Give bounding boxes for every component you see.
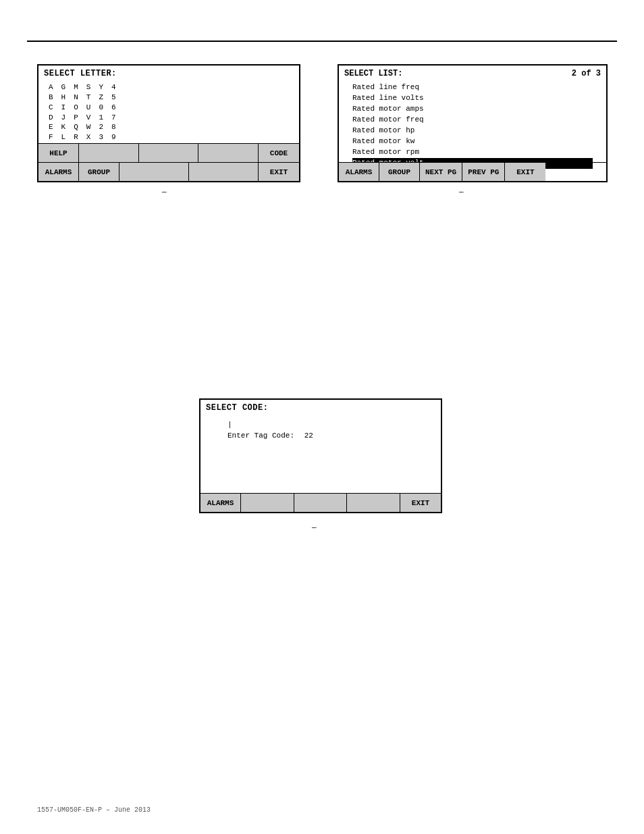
letter-T[interactable]: T xyxy=(86,93,91,103)
letter-6[interactable]: 6 xyxy=(111,103,116,113)
letter-C[interactable]: C xyxy=(49,103,53,113)
letter-X[interactable]: X xyxy=(86,132,91,142)
letter-J[interactable]: J xyxy=(61,113,66,123)
code-button[interactable]: CODE xyxy=(259,144,299,162)
spacer2 xyxy=(139,144,199,162)
letter-E[interactable]: E xyxy=(49,122,53,132)
select-list-title: SELECT LIST: xyxy=(344,69,402,78)
group-button-left[interactable]: GROUP xyxy=(79,163,119,181)
letter-V[interactable]: V xyxy=(86,113,91,123)
prev-pg-button[interactable]: PREV PG xyxy=(462,163,505,181)
letter-Q[interactable]: Q xyxy=(74,122,78,132)
letter-Y[interactable]: Y xyxy=(99,82,103,93)
spacer-b2 xyxy=(294,494,348,512)
alarms-button-right[interactable]: ALARMS xyxy=(339,163,379,181)
list-item-1[interactable]: Rated line volts xyxy=(352,93,593,104)
letter-D[interactable]: D xyxy=(49,113,53,123)
letter-col-1: A B C D E F xyxy=(49,82,53,142)
letter-5[interactable]: 5 xyxy=(111,93,116,103)
alarms-button-left[interactable]: ALARMS xyxy=(38,163,79,181)
cursor-display: | xyxy=(214,421,427,429)
letter-P[interactable]: P xyxy=(74,113,78,123)
spacer5 xyxy=(189,163,259,181)
right-btn-row: ALARMS GROUP NEXT PG PREV PG EXIT xyxy=(339,162,606,181)
left-caption: — xyxy=(162,188,167,196)
letter-2[interactable]: 2 xyxy=(99,122,103,132)
list-item-3[interactable]: Rated motor freq xyxy=(352,115,593,126)
list-area: Rated line freq Rated line volts Rated m… xyxy=(339,80,606,172)
letter-col-2: G H I J K L xyxy=(61,82,66,142)
code-content: | Enter Tag Code: 22 xyxy=(200,414,441,446)
letter-L[interactable]: L xyxy=(61,132,66,142)
letter-F[interactable]: F xyxy=(49,132,53,142)
list-item-6[interactable]: Rated motor rpm xyxy=(352,147,593,158)
letter-O[interactable]: O xyxy=(74,103,78,113)
letter-H[interactable]: H xyxy=(61,93,66,103)
left-btn-row1: HELP CODE xyxy=(38,143,299,162)
select-code-panel: SELECT CODE: | Enter Tag Code: 22 ALARMS… xyxy=(199,398,442,513)
bottom-btn-row: ALARMS EXIT xyxy=(200,493,441,512)
letter-3[interactable]: 3 xyxy=(99,132,103,142)
list-item-2[interactable]: Rated motor amps xyxy=(352,104,593,115)
letter-8[interactable]: 8 xyxy=(111,122,116,132)
select-code-title: SELECT CODE: xyxy=(200,400,441,414)
list-item-4[interactable]: Rated motor hp xyxy=(352,126,593,136)
letter-grid: A B C D E F G H I J K L M N O P Q R S T … xyxy=(38,80,299,145)
spacer3 xyxy=(198,144,259,162)
spacer-b3 xyxy=(347,494,400,512)
select-letter-title: SELECT LETTER: xyxy=(38,66,299,80)
tag-label: Enter Tag Code: xyxy=(227,432,294,440)
left-panel-buttons: HELP CODE ALARMS GROUP EXIT xyxy=(38,143,299,181)
next-pg-button[interactable]: NEXT PG xyxy=(420,163,462,181)
letter-0[interactable]: 0 xyxy=(99,103,103,113)
spacer-b1 xyxy=(241,494,294,512)
exit-button-left[interactable]: EXIT xyxy=(259,163,299,181)
footer-text: 1557-UM050F-EN-P – June 2013 xyxy=(37,806,151,814)
letter-R[interactable]: R xyxy=(74,132,78,142)
tag-value: 22 xyxy=(304,432,313,440)
letter-col-4: S T U V W X xyxy=(86,82,91,142)
bottom-panel-buttons: ALARMS EXIT xyxy=(200,493,441,512)
right-panel-buttons: ALARMS GROUP NEXT PG PREV PG EXIT xyxy=(339,162,606,181)
select-list-panel: SELECT LIST: 2 of 3 Rated line freq Rate… xyxy=(338,64,608,182)
spacer4 xyxy=(119,163,189,181)
letter-Z[interactable]: Z xyxy=(99,93,103,103)
group-button-right[interactable]: GROUP xyxy=(379,163,420,181)
letter-M[interactable]: M xyxy=(74,82,78,93)
letter-G[interactable]: G xyxy=(61,82,66,93)
letter-U[interactable]: U xyxy=(86,103,91,113)
page-info: 2 of 3 xyxy=(572,69,601,78)
letter-S[interactable]: S xyxy=(86,82,91,93)
alarms-button-bottom[interactable]: ALARMS xyxy=(200,494,241,512)
exit-button-bottom[interactable]: EXIT xyxy=(400,494,441,512)
select-letter-panel: SELECT LETTER: A B C D E F G H I J K L M… xyxy=(37,64,300,182)
top-rule xyxy=(27,41,617,42)
letter-N[interactable]: N xyxy=(74,93,78,103)
select-list-header: SELECT LIST: 2 of 3 xyxy=(339,66,606,80)
left-btn-row2: ALARMS GROUP EXIT xyxy=(38,162,299,181)
letter-A[interactable]: A xyxy=(49,82,53,93)
bottom-caption: — xyxy=(312,523,317,531)
letter-4[interactable]: 4 xyxy=(111,82,116,93)
letter-7[interactable]: 7 xyxy=(111,113,116,123)
letter-col-3: M N O P Q R xyxy=(74,82,78,142)
spacer1 xyxy=(79,144,139,162)
help-button[interactable]: HELP xyxy=(38,144,79,162)
letter-9[interactable]: 9 xyxy=(111,132,116,142)
letter-B[interactable]: B xyxy=(49,93,53,103)
exit-button-right[interactable]: EXIT xyxy=(505,163,545,181)
right-caption: — xyxy=(459,188,464,196)
letter-W[interactable]: W xyxy=(86,122,91,132)
tag-code-line: Enter Tag Code: 22 xyxy=(214,432,427,440)
letter-K[interactable]: K xyxy=(61,122,66,132)
letter-col-5: Y Z 0 1 2 3 xyxy=(99,82,103,142)
list-item-5[interactable]: Rated motor kw xyxy=(352,136,593,147)
letter-col-6: 4 5 6 7 8 9 xyxy=(111,82,116,142)
list-item-0[interactable]: Rated line freq xyxy=(352,82,593,93)
letter-I[interactable]: I xyxy=(61,103,66,113)
letter-1[interactable]: 1 xyxy=(99,113,103,123)
